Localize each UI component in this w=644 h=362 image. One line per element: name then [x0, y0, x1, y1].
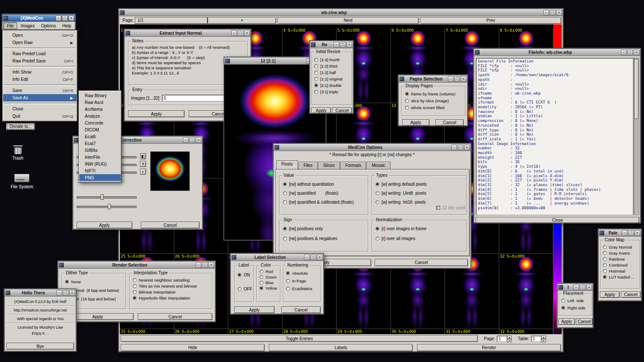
radio-option-rw-quantified-calibrated-floats[interactable]: [rw] quantified & calibrated (floats) — [283, 200, 354, 205]
page-spinner-value[interactable]: 1 — [497, 335, 507, 342]
viewer-titlebar[interactable]: wb-cine.wbp−□× — [119, 9, 563, 16]
combo-arrow-icon[interactable]: ▼ — [208, 17, 276, 24]
menu-item-inw-rug[interactable]: INW (RUG) — [79, 160, 121, 167]
page-spinner-arrows[interactable]: ▲▼ — [507, 335, 512, 342]
minimize-button[interactable]: − — [622, 230, 627, 236]
radio-option-tiles-as-mix-nearest-and-bilinear[interactable]: Tiles as mix nearest and bilinear — [133, 284, 197, 288]
palette-titlebar[interactable]: Pale−□× — [599, 229, 641, 237]
apply-button[interactable]: Apply — [600, 291, 620, 298]
bye-button[interactable]: Bye — [6, 343, 74, 350]
radio-option-on[interactable]: ON — [238, 273, 252, 277]
scan-cell-28[interactable]: 28S=0±000 — [283, 329, 337, 334]
menu-item-close[interactable]: Close — [3, 105, 77, 113]
minimize-button[interactable]: − — [621, 50, 626, 55]
correction-slider-5[interactable] — [77, 204, 137, 209]
menu-item-raw-binary[interactable]: Raw Binary — [79, 92, 121, 99]
apply-button[interactable]: Apply — [402, 119, 429, 126]
close-button[interactable]: × — [317, 255, 322, 260]
scan-cell-26[interactable]: 26S=0±000 — [174, 329, 229, 334]
apply-button[interactable]: Apply — [128, 110, 185, 117]
maximize-button[interactable]: □ — [340, 42, 346, 47]
cancel-button[interactable]: Cancel — [141, 222, 200, 228]
cancel-button[interactable]: Cancel — [281, 306, 321, 313]
page-combo[interactable]: 1/1 ▼ — [135, 17, 276, 24]
radio-option-lut-loaded[interactable]: LUT loaded ... — [603, 275, 635, 279]
page-combo-value[interactable]: 1/1 — [135, 17, 208, 24]
cancel-button[interactable]: Cancel — [138, 313, 212, 320]
radio-option-green[interactable]: Green — [259, 275, 277, 279]
scan-cell-27[interactable]: 27S=0±000 — [228, 329, 283, 334]
maximize-button[interactable]: □ — [454, 76, 460, 82]
close-button[interactable]: × — [634, 50, 639, 55]
close-button[interactable]: × — [461, 76, 466, 82]
desktop-icon-file-system[interactable]: File System — [9, 173, 34, 189]
radio-option-hotmetal[interactable]: Hotmetal — [603, 269, 635, 273]
radio-option-r-over-all-images[interactable]: [r] over all images — [376, 236, 426, 241]
radio-option-1-1-original[interactable]: [1:1] original — [314, 77, 343, 81]
maximize-button[interactable]: □ — [458, 145, 463, 150]
labels-button[interactable]: Labels — [269, 344, 413, 351]
radio-option-rw-without-quantitation[interactable]: [rw] without quantitation — [283, 182, 354, 187]
radio-option-absolute[interactable]: Absolute — [286, 271, 313, 276]
close-button[interactable]: × — [586, 285, 592, 290]
radio-option-whole-screen-filled[interactable]: whole screen filled — [405, 105, 455, 110]
minimize-button[interactable]: − — [56, 15, 61, 21]
table-spinner-value[interactable]: 1 — [531, 335, 541, 342]
minimize-button[interactable]: − — [196, 262, 201, 268]
12-bits-used-checkbox[interactable]: 12 bits used — [436, 205, 465, 210]
contrast-button[interactable]: ◐ — [140, 169, 146, 175]
close-button[interactable]: × — [209, 262, 214, 268]
minimize-button[interactable]: − — [231, 30, 237, 36]
tab-files[interactable]: Files — [298, 162, 318, 169]
close-button[interactable]: × — [196, 137, 201, 143]
tab-pixels[interactable]: Pixels — [276, 160, 298, 169]
menu-item-raw-ascii[interactable]: Raw Ascii — [79, 99, 121, 106]
apply-button[interactable]: Apply — [311, 107, 331, 113]
close-button[interactable]: Close — [476, 217, 639, 223]
maximize-button[interactable]: □ — [189, 137, 195, 143]
radio-option-frame-by-frame-volume[interactable]: frame by frame (volume) — [405, 92, 455, 96]
table-spinner[interactable]: 1 ▲▼ — [531, 335, 546, 342]
radio-option-red[interactable]: Red — [259, 269, 277, 274]
render-button[interactable]: Render — [417, 344, 561, 351]
minimize-button[interactable]: − — [183, 137, 188, 143]
radio-option-rainbow[interactable]: Rainbow — [603, 257, 635, 261]
minimize-button[interactable]: − — [304, 255, 310, 260]
close-button[interactable]: × — [464, 145, 470, 150]
radio-option-gray-invers[interactable]: Gray Invers — [603, 251, 635, 255]
radio-option-blue[interactable]: Blue — [259, 280, 277, 285]
correction-slider-4[interactable] — [77, 194, 137, 200]
radio-option-right-side[interactable]: Right side — [561, 306, 585, 310]
menu-item-gif89a[interactable]: Gif89a — [79, 147, 121, 154]
maximize-button[interactable]: □ — [62, 15, 68, 21]
menu-item-save-as[interactable]: Save As▶ — [3, 94, 77, 101]
radio-option-w-writing-default-pixels[interactable]: [w] writing default pixels — [376, 182, 427, 187]
apply-button[interactable]: Apply — [558, 318, 575, 325]
tab-formats[interactable]: Formats — [340, 162, 367, 169]
about-titlebar[interactable]: Hello There−□× — [5, 289, 76, 297]
maximize-button[interactable]: □ — [310, 255, 316, 260]
table-spinner-arrows[interactable]: ▲▼ — [541, 335, 546, 342]
tab-slices[interactable]: Slices — [318, 162, 340, 169]
scan-cell-25[interactable]: 25S=0±000 — [120, 329, 174, 334]
radio-option-3-1-triple[interactable]: [3:1] triple — [314, 89, 343, 94]
radio-option-1-4-fourth[interactable]: [1:4] fourth — [314, 57, 343, 62]
scan-cell-32[interactable]: 32S=0±000 — [499, 254, 554, 329]
menu-item-quit[interactable]: QuitCtrl+Q — [3, 113, 77, 120]
close-button[interactable]: × — [69, 15, 74, 21]
menu-item-analyze[interactable]: Analyze — [79, 113, 121, 119]
slider-handle[interactable] — [108, 204, 111, 209]
radio-option-hyperbolic-filter-interpolation[interactable]: Hyperbolic-filter interpolation — [133, 296, 197, 300]
app-titlebar[interactable]: (X)MedCon−□× — [3, 15, 75, 22]
radio-option-nearest-neighbour-sampling[interactable]: Nearest neighbour sampling — [133, 278, 197, 282]
radio-option-1-2-half[interactable]: [1:2] half — [314, 70, 343, 75]
spin-down-icon[interactable]: ▼ — [507, 339, 512, 342]
close-button[interactable]: × — [69, 290, 75, 296]
radio-option-2-1-double[interactable]: [2:1] double — [314, 83, 343, 88]
menu-item-save[interactable]: SaveCtrl+S — [3, 87, 77, 94]
menu-item-nifti[interactable]: NIFTI — [79, 167, 121, 174]
minimize-button[interactable]: − — [543, 10, 549, 15]
maximize-button[interactable]: □ — [627, 50, 633, 55]
radio-option-in-page[interactable]: In Page — [286, 279, 313, 283]
menu-item-info-edit[interactable]: Info EditCtrl+F — [3, 76, 77, 83]
